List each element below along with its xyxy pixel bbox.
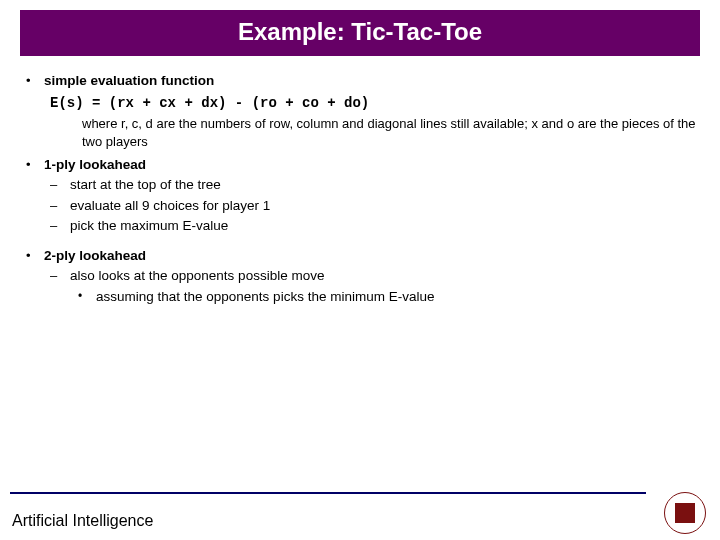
bullet-level1: • 2-ply lookahead — [20, 247, 700, 265]
slide: Example: Tic-Tac-Toe • simple evaluation… — [0, 0, 720, 540]
sub-item: start at the top of the tree — [70, 176, 700, 194]
heading-1ply: 1-ply lookahead — [44, 156, 700, 174]
bullet-level1: • 1-ply lookahead — [20, 156, 700, 174]
logo-seal-icon — [664, 492, 706, 534]
sub-item: also looks at the opponents possible mov… — [70, 267, 700, 285]
dash-icon: – — [50, 267, 70, 285]
bullet-level2: – start at the top of the tree — [50, 176, 700, 194]
sub-item: evaluate all 9 choices for player 1 — [70, 197, 700, 215]
bullet-level2: – evaluate all 9 choices for player 1 — [50, 197, 700, 215]
footer: Artificial Intelligence — [0, 484, 720, 540]
footer-divider — [10, 492, 646, 494]
heading-2ply: 2-ply lookahead — [44, 247, 700, 265]
dash-icon: – — [50, 217, 70, 235]
bullet-level3: • assuming that the opponents picks the … — [78, 288, 700, 306]
bullet-dot-icon: • — [20, 247, 44, 265]
subsub-item: assuming that the opponents picks the mi… — [96, 288, 700, 306]
bullet-dot-icon: • — [20, 156, 44, 174]
bullet-dot-icon: • — [78, 288, 96, 306]
slide-content: • simple evaluation function E(s) = (rx … — [0, 56, 720, 540]
bullet-level2: – also looks at the opponents possible m… — [50, 267, 700, 285]
bullet-level2: – pick the maximum E-value — [50, 217, 700, 235]
logo-inner-icon — [675, 503, 695, 523]
slide-title: Example: Tic-Tac-Toe — [20, 10, 700, 56]
heading-eval: simple evaluation function — [44, 72, 700, 90]
dash-icon: – — [50, 197, 70, 215]
sub-item: pick the maximum E-value — [70, 217, 700, 235]
bullet-level1: • simple evaluation function — [20, 72, 700, 90]
formula-explain: where r, c, d are the numbers of row, co… — [82, 115, 700, 150]
dash-icon: – — [50, 176, 70, 194]
formula-text: E(s) = (rx + cx + dx) - (ro + co + do) — [50, 94, 700, 113]
bullet-dot-icon: • — [20, 72, 44, 90]
footer-text: Artificial Intelligence — [12, 512, 153, 530]
